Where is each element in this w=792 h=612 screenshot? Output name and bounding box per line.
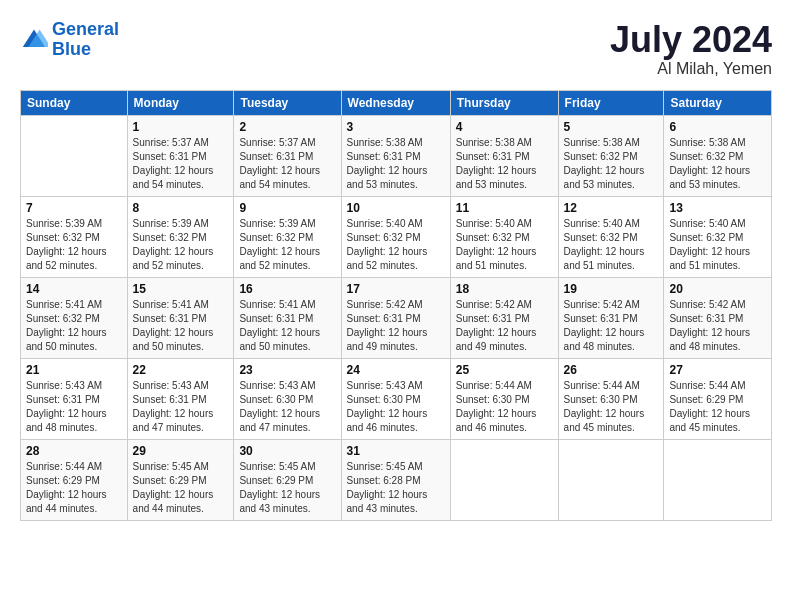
calendar-cell: 4 Sunrise: 5:38 AMSunset: 6:31 PMDayligh… <box>450 115 558 196</box>
day-number: 27 <box>669 363 766 377</box>
day-info: Sunrise: 5:39 AMSunset: 6:32 PMDaylight:… <box>239 218 320 271</box>
calendar-cell: 5 Sunrise: 5:38 AMSunset: 6:32 PMDayligh… <box>558 115 664 196</box>
day-number: 4 <box>456 120 553 134</box>
day-number: 3 <box>347 120 445 134</box>
day-number: 22 <box>133 363 229 377</box>
day-info: Sunrise: 5:43 AMSunset: 6:30 PMDaylight:… <box>239 380 320 433</box>
calendar-cell: 11 Sunrise: 5:40 AMSunset: 6:32 PMDaylig… <box>450 196 558 277</box>
calendar-week-4: 21 Sunrise: 5:43 AMSunset: 6:31 PMDaylig… <box>21 358 772 439</box>
day-info: Sunrise: 5:42 AMSunset: 6:31 PMDaylight:… <box>456 299 537 352</box>
day-info: Sunrise: 5:45 AMSunset: 6:29 PMDaylight:… <box>239 461 320 514</box>
calendar-cell: 16 Sunrise: 5:41 AMSunset: 6:31 PMDaylig… <box>234 277 341 358</box>
calendar-cell: 24 Sunrise: 5:43 AMSunset: 6:30 PMDaylig… <box>341 358 450 439</box>
calendar-cell: 3 Sunrise: 5:38 AMSunset: 6:31 PMDayligh… <box>341 115 450 196</box>
day-number: 6 <box>669 120 766 134</box>
day-number: 25 <box>456 363 553 377</box>
logo-line1: General <box>52 19 119 39</box>
sub-title: Al Milah, Yemen <box>610 60 772 78</box>
calendar-cell: 8 Sunrise: 5:39 AMSunset: 6:32 PMDayligh… <box>127 196 234 277</box>
day-number: 2 <box>239 120 335 134</box>
page: General Blue July 2024 Al Milah, Yemen S… <box>0 0 792 612</box>
calendar-cell: 14 Sunrise: 5:41 AMSunset: 6:32 PMDaylig… <box>21 277 128 358</box>
day-number: 13 <box>669 201 766 215</box>
calendar-week-2: 7 Sunrise: 5:39 AMSunset: 6:32 PMDayligh… <box>21 196 772 277</box>
calendar-cell: 19 Sunrise: 5:42 AMSunset: 6:31 PMDaylig… <box>558 277 664 358</box>
col-monday: Monday <box>127 90 234 115</box>
day-number: 1 <box>133 120 229 134</box>
calendar-cell: 25 Sunrise: 5:44 AMSunset: 6:30 PMDaylig… <box>450 358 558 439</box>
day-info: Sunrise: 5:39 AMSunset: 6:32 PMDaylight:… <box>133 218 214 271</box>
day-info: Sunrise: 5:41 AMSunset: 6:31 PMDaylight:… <box>133 299 214 352</box>
calendar-cell: 27 Sunrise: 5:44 AMSunset: 6:29 PMDaylig… <box>664 358 772 439</box>
calendar-cell: 17 Sunrise: 5:42 AMSunset: 6:31 PMDaylig… <box>341 277 450 358</box>
calendar-week-5: 28 Sunrise: 5:44 AMSunset: 6:29 PMDaylig… <box>21 439 772 520</box>
calendar-cell: 10 Sunrise: 5:40 AMSunset: 6:32 PMDaylig… <box>341 196 450 277</box>
day-info: Sunrise: 5:38 AMSunset: 6:32 PMDaylight:… <box>669 137 750 190</box>
calendar-week-1: 1 Sunrise: 5:37 AMSunset: 6:31 PMDayligh… <box>21 115 772 196</box>
calendar-cell: 26 Sunrise: 5:44 AMSunset: 6:30 PMDaylig… <box>558 358 664 439</box>
col-saturday: Saturday <box>664 90 772 115</box>
day-info: Sunrise: 5:42 AMSunset: 6:31 PMDaylight:… <box>347 299 428 352</box>
day-number: 12 <box>564 201 659 215</box>
calendar-cell: 29 Sunrise: 5:45 AMSunset: 6:29 PMDaylig… <box>127 439 234 520</box>
day-number: 17 <box>347 282 445 296</box>
day-info: Sunrise: 5:38 AMSunset: 6:31 PMDaylight:… <box>456 137 537 190</box>
logo: General Blue <box>20 20 119 60</box>
day-info: Sunrise: 5:44 AMSunset: 6:30 PMDaylight:… <box>456 380 537 433</box>
calendar-cell: 31 Sunrise: 5:45 AMSunset: 6:28 PMDaylig… <box>341 439 450 520</box>
day-info: Sunrise: 5:41 AMSunset: 6:32 PMDaylight:… <box>26 299 107 352</box>
day-number: 10 <box>347 201 445 215</box>
day-info: Sunrise: 5:38 AMSunset: 6:31 PMDaylight:… <box>347 137 428 190</box>
calendar-cell: 13 Sunrise: 5:40 AMSunset: 6:32 PMDaylig… <box>664 196 772 277</box>
day-info: Sunrise: 5:45 AMSunset: 6:28 PMDaylight:… <box>347 461 428 514</box>
col-tuesday: Tuesday <box>234 90 341 115</box>
day-number: 5 <box>564 120 659 134</box>
calendar-cell: 9 Sunrise: 5:39 AMSunset: 6:32 PMDayligh… <box>234 196 341 277</box>
calendar-cell: 12 Sunrise: 5:40 AMSunset: 6:32 PMDaylig… <box>558 196 664 277</box>
day-info: Sunrise: 5:40 AMSunset: 6:32 PMDaylight:… <box>564 218 645 271</box>
day-info: Sunrise: 5:43 AMSunset: 6:30 PMDaylight:… <box>347 380 428 433</box>
day-number: 18 <box>456 282 553 296</box>
day-info: Sunrise: 5:39 AMSunset: 6:32 PMDaylight:… <box>26 218 107 271</box>
calendar-cell: 1 Sunrise: 5:37 AMSunset: 6:31 PMDayligh… <box>127 115 234 196</box>
day-info: Sunrise: 5:40 AMSunset: 6:32 PMDaylight:… <box>347 218 428 271</box>
logo-line2: Blue <box>52 39 91 59</box>
day-number: 24 <box>347 363 445 377</box>
day-info: Sunrise: 5:42 AMSunset: 6:31 PMDaylight:… <box>669 299 750 352</box>
day-info: Sunrise: 5:43 AMSunset: 6:31 PMDaylight:… <box>133 380 214 433</box>
col-friday: Friday <box>558 90 664 115</box>
day-info: Sunrise: 5:40 AMSunset: 6:32 PMDaylight:… <box>456 218 537 271</box>
day-info: Sunrise: 5:44 AMSunset: 6:29 PMDaylight:… <box>669 380 750 433</box>
day-number: 28 <box>26 444 122 458</box>
calendar-cell: 23 Sunrise: 5:43 AMSunset: 6:30 PMDaylig… <box>234 358 341 439</box>
day-number: 21 <box>26 363 122 377</box>
day-number: 16 <box>239 282 335 296</box>
day-info: Sunrise: 5:41 AMSunset: 6:31 PMDaylight:… <box>239 299 320 352</box>
calendar-cell: 28 Sunrise: 5:44 AMSunset: 6:29 PMDaylig… <box>21 439 128 520</box>
calendar-cell: 2 Sunrise: 5:37 AMSunset: 6:31 PMDayligh… <box>234 115 341 196</box>
calendar-cell: 18 Sunrise: 5:42 AMSunset: 6:31 PMDaylig… <box>450 277 558 358</box>
calendar-week-3: 14 Sunrise: 5:41 AMSunset: 6:32 PMDaylig… <box>21 277 772 358</box>
day-info: Sunrise: 5:37 AMSunset: 6:31 PMDaylight:… <box>133 137 214 190</box>
day-number: 14 <box>26 282 122 296</box>
calendar-table: Sunday Monday Tuesday Wednesday Thursday… <box>20 90 772 521</box>
day-number: 9 <box>239 201 335 215</box>
day-number: 26 <box>564 363 659 377</box>
col-wednesday: Wednesday <box>341 90 450 115</box>
header-row: Sunday Monday Tuesday Wednesday Thursday… <box>21 90 772 115</box>
day-number: 8 <box>133 201 229 215</box>
day-number: 20 <box>669 282 766 296</box>
logo-text: General Blue <box>52 20 119 60</box>
calendar-cell: 30 Sunrise: 5:45 AMSunset: 6:29 PMDaylig… <box>234 439 341 520</box>
calendar-cell: 22 Sunrise: 5:43 AMSunset: 6:31 PMDaylig… <box>127 358 234 439</box>
calendar-cell: 7 Sunrise: 5:39 AMSunset: 6:32 PMDayligh… <box>21 196 128 277</box>
day-number: 29 <box>133 444 229 458</box>
day-number: 19 <box>564 282 659 296</box>
calendar-cell <box>664 439 772 520</box>
day-number: 31 <box>347 444 445 458</box>
day-info: Sunrise: 5:38 AMSunset: 6:32 PMDaylight:… <box>564 137 645 190</box>
title-block: July 2024 Al Milah, Yemen <box>610 20 772 78</box>
day-info: Sunrise: 5:37 AMSunset: 6:31 PMDaylight:… <box>239 137 320 190</box>
calendar-cell: 6 Sunrise: 5:38 AMSunset: 6:32 PMDayligh… <box>664 115 772 196</box>
day-number: 30 <box>239 444 335 458</box>
